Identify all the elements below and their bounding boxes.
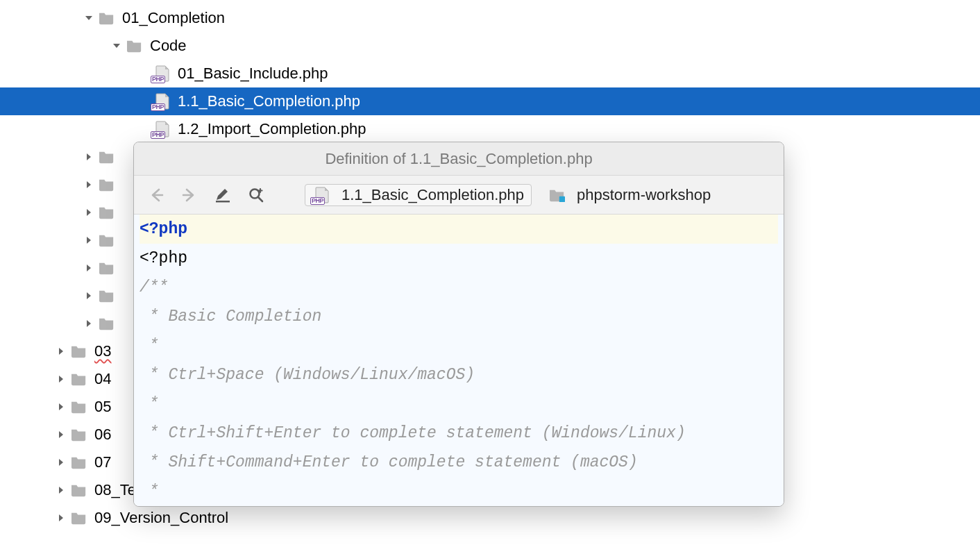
php-file-icon: PHP xyxy=(312,187,332,203)
chevron-right-icon[interactable] xyxy=(83,236,94,244)
tree-item-label: 09_Version_Control xyxy=(94,509,228,527)
quick-definition-popup: Definition of 1.1_Basic_Completion.php P… xyxy=(133,142,784,507)
chevron-right-icon[interactable] xyxy=(83,292,94,300)
tree-row[interactable]: Code xyxy=(0,32,980,60)
folder-icon xyxy=(97,204,117,221)
nav-back-button[interactable] xyxy=(144,183,169,208)
breadcrumb-module[interactable]: phpstorm-workshop xyxy=(540,184,718,206)
tree-item-label: 05 xyxy=(94,398,111,416)
chevron-right-icon[interactable] xyxy=(56,403,67,411)
folder-icon xyxy=(69,371,89,387)
folder-icon xyxy=(69,343,89,360)
tree-item-label: 03 xyxy=(94,342,111,360)
tree-item-label: 01_Basic_Include.php xyxy=(178,65,328,83)
folder-icon xyxy=(97,232,117,249)
folder-icon xyxy=(69,454,89,471)
breadcrumb-file-label: 1.1_Basic_Completion.php xyxy=(341,186,524,204)
folder-icon xyxy=(69,398,89,415)
code-line: * Ctrl+Space (Windows/Linux/macOS) xyxy=(140,366,475,384)
chevron-right-icon[interactable] xyxy=(56,347,67,355)
folder-icon xyxy=(97,149,117,165)
tree-item-label: 1.2_Import_Completion.php xyxy=(178,120,366,138)
code-line: <?php xyxy=(140,220,187,238)
tree-item-label: Code xyxy=(150,37,187,55)
folder-icon xyxy=(97,287,117,304)
code-line: <?php xyxy=(140,249,187,267)
tree-item-label: 01_Completion xyxy=(122,9,225,27)
folder-icon xyxy=(97,315,117,332)
breadcrumb-file[interactable]: PHP 1.1_Basic_Completion.php xyxy=(305,184,532,206)
tree-row[interactable]: PHP1.1_Basic_Completion.php xyxy=(0,87,980,115)
popup-title: Definition of 1.1_Basic_Completion.php xyxy=(134,142,784,176)
code-line: * Basic Completion xyxy=(140,308,321,326)
module-folder-icon xyxy=(548,187,567,203)
code-line: * Ctrl+Shift+Enter to complete statement… xyxy=(140,424,686,442)
chevron-right-icon[interactable] xyxy=(83,153,94,161)
folder-icon xyxy=(97,176,117,193)
chevron-right-icon[interactable] xyxy=(83,208,94,217)
search-button[interactable] xyxy=(244,183,269,208)
folder-icon xyxy=(125,37,144,54)
tree-item-label: 1.1_Basic_Completion.php xyxy=(178,92,360,110)
chevron-right-icon[interactable] xyxy=(56,458,67,467)
chevron-right-icon[interactable] xyxy=(56,486,67,494)
chevron-down-icon[interactable] xyxy=(83,14,94,22)
folder-icon xyxy=(69,482,89,498)
tree-row[interactable]: PHP1.2_Import_Completion.php xyxy=(0,115,980,143)
tree-row[interactable]: 09_Version_Control xyxy=(0,504,980,532)
php-file-icon: PHP xyxy=(153,121,172,137)
php-file-icon: PHP xyxy=(153,65,172,82)
folder-icon xyxy=(69,510,89,526)
php-file-icon: PHP xyxy=(153,93,172,110)
code-line: * xyxy=(140,482,159,501)
folder-icon xyxy=(97,260,117,276)
chevron-right-icon[interactable] xyxy=(56,514,67,522)
code-line: * Shift+Command+Enter to complete statem… xyxy=(140,453,638,471)
tree-item-label: 04 xyxy=(94,370,111,388)
chevron-down-icon[interactable] xyxy=(111,42,122,50)
chevron-right-icon[interactable] xyxy=(56,375,67,383)
chevron-right-icon[interactable] xyxy=(56,430,67,439)
edit-source-button[interactable] xyxy=(210,183,235,208)
code-line: * xyxy=(140,395,159,413)
code-line: * xyxy=(140,337,159,355)
breadcrumb-module-label: phpstorm-workshop xyxy=(577,186,711,204)
tree-row[interactable]: PHP01_Basic_Include.php xyxy=(0,60,980,87)
folder-icon xyxy=(97,10,117,26)
code-line: /** xyxy=(140,278,168,296)
chevron-right-icon[interactable] xyxy=(83,181,94,189)
chevron-right-icon[interactable] xyxy=(83,264,94,272)
tree-item-label: 06 xyxy=(94,426,111,444)
nav-forward-button[interactable] xyxy=(177,183,202,208)
code-preview: <?php <?php /** * Basic Completion * * C… xyxy=(134,215,784,506)
tree-row[interactable]: 01_Completion xyxy=(0,4,980,32)
tree-item-label: 07 xyxy=(94,453,111,471)
chevron-right-icon[interactable] xyxy=(83,319,94,328)
popup-toolbar: PHP 1.1_Basic_Completion.php phpstorm-wo… xyxy=(134,176,784,215)
folder-icon xyxy=(69,426,89,443)
